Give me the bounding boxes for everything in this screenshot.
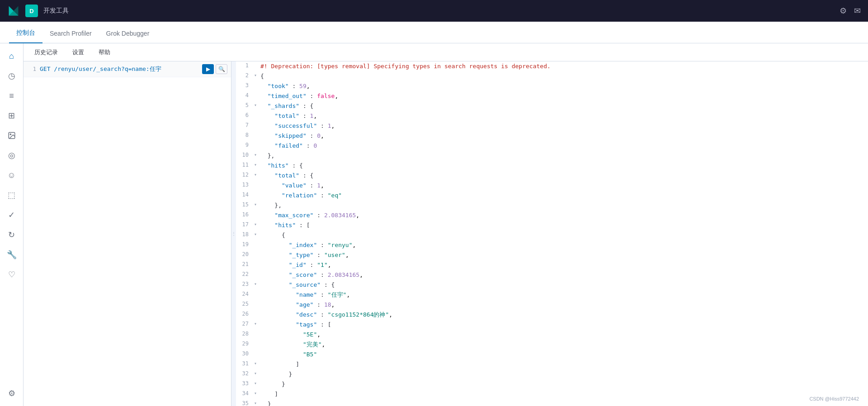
- sidebar-icon-uptime[interactable]: ↻: [3, 226, 21, 244]
- sidebar-icon-home[interactable]: ⌂: [3, 47, 21, 65]
- tab-grok-debugger[interactable]: Grok Debugger: [99, 24, 157, 43]
- response-line-14: 14 "relation" : "eq": [236, 191, 868, 201]
- sidebar-icon-dashboard[interactable]: ≡: [3, 87, 21, 105]
- run-button[interactable]: ▶: [202, 64, 214, 74]
- response-line-23: 23 ▾ "_source" : {: [236, 280, 868, 290]
- watermark: CSDN @Hiss9772442: [809, 396, 859, 401]
- response-line-28: 28 "5E",: [236, 330, 868, 340]
- response-line-32: 32 ▾ }: [236, 369, 868, 379]
- response-line-9: 9 "failed" : 0: [236, 141, 868, 151]
- kibana-logo: [7, 5, 20, 17]
- response-line-16: 16 "max_score" : 2.0834165,: [236, 210, 868, 220]
- query-line: 1 GET /renyu/user/_search?q=name:任宇 ▶ 🔍: [24, 61, 231, 77]
- response-line-33: 33 ▾ }: [236, 379, 868, 389]
- response-line-26: 26 "desc" : "csgo1152*864的神",: [236, 310, 868, 320]
- response-line-34: 34 ▾ ]: [236, 389, 868, 399]
- user-avatar[interactable]: D: [25, 5, 38, 17]
- sidebar: ⌂ ◷ ≡ ⊞ ◎ ☺ ⬚ ✓ ↻ 🔧 ♡ ⚙: [0, 43, 24, 406]
- query-text[interactable]: GET /renyu/user/_search?q=name:任宇: [40, 65, 198, 73]
- response-line-12: 12 ▾ "total" : {: [236, 171, 868, 181]
- response-line-8: 8 "skipped" : 0,: [236, 131, 868, 141]
- tab-console[interactable]: 控制台: [9, 23, 42, 43]
- sidebar-icon-settings[interactable]: ⚙: [3, 384, 21, 402]
- sidebar-icon-ml[interactable]: ☺: [3, 166, 21, 184]
- sidebar-icon-dev-tools[interactable]: 🔧: [3, 246, 21, 264]
- settings-button[interactable]: 设置: [69, 47, 88, 58]
- response-line-27: 27 ▾ "tags" : [: [236, 320, 868, 330]
- response-line-25: 25 "age" : 18,: [236, 300, 868, 310]
- search-button[interactable]: 🔍: [216, 64, 227, 74]
- sidebar-icon-discover[interactable]: ◷: [3, 67, 21, 85]
- sidebar-icon-maps[interactable]: ◎: [3, 146, 21, 164]
- top-bar-actions: ⚙ ✉: [840, 6, 861, 16]
- history-button[interactable]: 历史记录: [31, 47, 61, 58]
- query-panel: 1 GET /renyu/user/_search?q=name:任宇 ▶ 🔍: [24, 61, 231, 406]
- tab-search-profiler[interactable]: Search Profiler: [42, 24, 99, 43]
- sidebar-icon-monitoring[interactable]: ♡: [3, 266, 21, 284]
- toolbar: 历史记录 设置 帮助: [24, 43, 868, 61]
- sidebar-icon-canvas[interactable]: [3, 126, 21, 145]
- response-line-13: 13 "value" : 1,: [236, 181, 868, 191]
- response-line-30: 30 "B5": [236, 350, 868, 359]
- response-panel: 1 #! Deprecation: [types removal] Specif…: [236, 61, 868, 406]
- top-bar: D 开发工具 ⚙ ✉: [0, 0, 868, 22]
- response-line-11: 11 ▾ "hits" : {: [236, 161, 868, 171]
- response-line-17: 17 ▾ "hits" : [: [236, 220, 868, 230]
- response-line-35: 35 ▾ }: [236, 399, 868, 406]
- response-line-1: 1 #! Deprecation: [types removal] Specif…: [236, 61, 868, 71]
- response-line-29: 29 "完美",: [236, 340, 868, 350]
- response-line-7: 7 "successful" : 1,: [236, 121, 868, 131]
- app-title: 开发工具: [43, 7, 834, 15]
- main-area: ⌂ ◷ ≡ ⊞ ◎ ☺ ⬚ ✓ ↻ 🔧 ♡ ⚙ 历史记录 设置 帮助 1: [0, 43, 868, 406]
- response-line-18: 18 ▾ {: [236, 230, 868, 240]
- panel-divider[interactable]: ⋮: [231, 61, 236, 406]
- response-line-19: 19 "_index" : "renyu",: [236, 240, 868, 250]
- response-line-5: 5 ▾ "_shards" : {: [236, 101, 868, 111]
- mail-icon[interactable]: ✉: [854, 6, 861, 16]
- response-line-20: 20 "_type" : "user",: [236, 250, 868, 260]
- svg-point-3: [10, 134, 11, 135]
- query-actions: ▶ 🔍: [202, 64, 227, 74]
- response-line-2: 2 ▾ {: [236, 71, 868, 81]
- sidebar-icon-apm[interactable]: ✓: [3, 206, 21, 224]
- response-line-24: 24 "name" : "任宇",: [236, 290, 868, 300]
- response-line-22: 22 "_score" : 2.0834165,: [236, 270, 868, 280]
- response-line-10: 10 ▾ },: [236, 151, 868, 161]
- tab-bar: 控制台 Search Profiler Grok Debugger: [0, 22, 868, 43]
- response-line-4: 4 "timed_out" : false,: [236, 91, 868, 101]
- sidebar-icon-infrastructure[interactable]: ⬚: [3, 186, 21, 204]
- response-line-3: 3 "took" : 59,: [236, 81, 868, 91]
- response-line-31: 31 ▾ ]: [236, 359, 868, 369]
- help-button[interactable]: 帮助: [95, 47, 114, 58]
- editor-area: 1 GET /renyu/user/_search?q=name:任宇 ▶ 🔍 …: [24, 61, 868, 406]
- query-line-number: 1: [27, 66, 36, 72]
- response-line-21: 21 "_id" : "1",: [236, 260, 868, 270]
- content-area: 历史记录 设置 帮助 1 GET /renyu/user/_search?q=n…: [24, 43, 868, 406]
- settings-icon[interactable]: ⚙: [840, 6, 847, 16]
- response-line-15: 15 ▾ },: [236, 201, 868, 210]
- sidebar-icon-visualize[interactable]: ⊞: [3, 107, 21, 125]
- response-line-6: 6 "total" : 1,: [236, 111, 868, 121]
